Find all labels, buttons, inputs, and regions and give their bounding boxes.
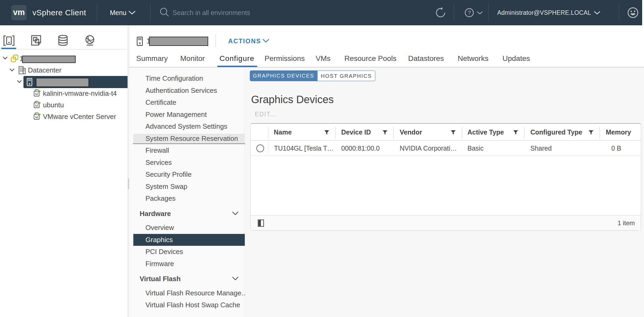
svg-text:?: ? [468,9,471,16]
